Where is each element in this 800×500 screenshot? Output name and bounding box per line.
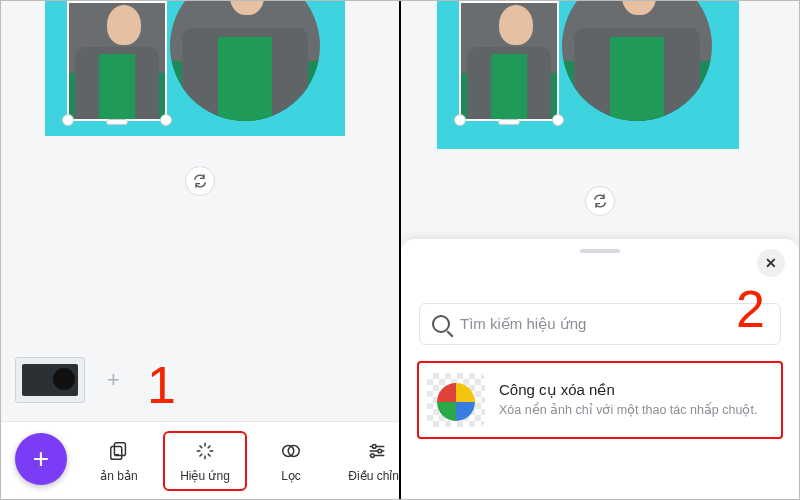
svg-point-5 bbox=[378, 449, 382, 453]
tool-label: ản bản bbox=[100, 469, 137, 483]
effect-title: Công cụ xóa nền bbox=[499, 381, 757, 399]
resize-handle-bottom[interactable] bbox=[498, 119, 520, 125]
photo-circle[interactable] bbox=[562, 1, 712, 121]
search-placeholder: Tìm kiếm hiệu ứng bbox=[460, 315, 586, 333]
page-thumbnail[interactable] bbox=[15, 357, 85, 403]
tool-effects[interactable]: Hiệu ứng bbox=[165, 433, 245, 489]
sliders-icon bbox=[365, 439, 389, 463]
add-page-button[interactable]: + bbox=[107, 367, 120, 393]
effect-description: Xóa nền ảnh chỉ với một thao tác nhấp ch… bbox=[499, 402, 757, 419]
svg-point-6 bbox=[371, 453, 375, 457]
search-icon bbox=[432, 315, 450, 333]
selection-frame[interactable] bbox=[459, 1, 559, 121]
tool-filter[interactable]: Lọc bbox=[251, 433, 331, 489]
svg-rect-1 bbox=[111, 446, 122, 459]
tool-label: Lọc bbox=[281, 469, 301, 483]
tool-adjust[interactable]: Điều chỉnh bbox=[337, 433, 399, 489]
tool-text[interactable]: ản bản bbox=[79, 433, 159, 489]
resize-handle-br[interactable] bbox=[160, 114, 172, 126]
tool-label: Hiệu ứng bbox=[180, 469, 230, 483]
resize-handle-bl[interactable] bbox=[454, 114, 466, 126]
pane-step-2: ✕ 2 Tìm kiếm hiệu ứng Công cụ xóa nền Xó… bbox=[401, 1, 799, 499]
sync-icon[interactable] bbox=[585, 186, 615, 216]
resize-handle-bottom[interactable] bbox=[106, 119, 128, 125]
screenshot-pair: + 1 + ản bản Hiệu ứng bbox=[0, 0, 800, 500]
callout-number-2: 2 bbox=[736, 279, 765, 339]
search-input[interactable]: Tìm kiếm hiệu ứng bbox=[419, 303, 781, 345]
sync-icon[interactable] bbox=[185, 166, 215, 196]
photo-circle[interactable] bbox=[170, 1, 320, 121]
effect-thumbnail bbox=[427, 373, 485, 427]
resize-handle-bl[interactable] bbox=[62, 114, 74, 126]
design-canvas[interactable] bbox=[437, 1, 739, 149]
overlap-icon bbox=[279, 439, 303, 463]
sparkle-icon bbox=[193, 439, 217, 463]
sheet-grab-handle[interactable] bbox=[580, 249, 620, 253]
tool-label: Điều chỉnh bbox=[348, 469, 399, 483]
close-button[interactable]: ✕ bbox=[757, 249, 785, 277]
add-fab-button[interactable]: + bbox=[15, 433, 67, 485]
callout-number-1: 1 bbox=[147, 355, 176, 415]
bottom-toolbar: + ản bản Hiệu ứng bbox=[1, 421, 399, 499]
effects-sheet: ✕ 2 Tìm kiếm hiệu ứng Công cụ xóa nền Xó… bbox=[401, 239, 799, 499]
svg-rect-0 bbox=[114, 442, 125, 455]
effect-bg-remover[interactable]: Công cụ xóa nền Xóa nền ảnh chỉ với một … bbox=[419, 363, 781, 437]
pane-step-1: + 1 + ản bản Hiệu ứng bbox=[1, 1, 399, 499]
resize-handle-br[interactable] bbox=[552, 114, 564, 126]
selection-frame[interactable] bbox=[67, 1, 167, 121]
design-canvas[interactable] bbox=[45, 1, 345, 136]
pages-row: + bbox=[15, 355, 120, 405]
svg-point-4 bbox=[372, 444, 376, 448]
copy-icon bbox=[107, 439, 131, 463]
